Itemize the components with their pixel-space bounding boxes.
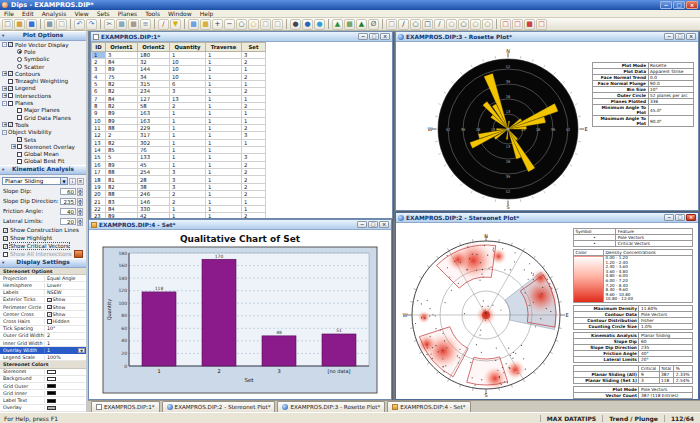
table-cell[interactable]: 1	[206, 198, 242, 205]
protractor-icon[interactable]: ○	[470, 19, 481, 30]
add-set-window-icon[interactable]: □	[500, 19, 511, 30]
checkbox[interactable]: ✓	[47, 312, 52, 317]
table-cell[interactable]: 16	[92, 161, 106, 168]
set-info-icon[interactable]: ■	[524, 19, 535, 30]
table-cell[interactable]: 317	[138, 132, 170, 139]
property-row-inner-grid-width[interactable]: Inner Grid Width1	[0, 340, 86, 347]
color-swatch[interactable]	[47, 370, 56, 374]
table-cell[interactable]: 2	[242, 191, 266, 198]
menu-edit[interactable]: Edit	[18, 10, 38, 17]
table-row[interactable]: 1188229112	[92, 124, 266, 131]
chart-window-titlebar[interactable]: EXAMPROS.DIP:4 - Set* −□×	[89, 220, 391, 230]
child-close-button[interactable]: ×	[379, 221, 389, 228]
child-restore-button[interactable]: □	[675, 33, 685, 40]
table-cell[interactable]: 84	[106, 95, 138, 102]
new-icon[interactable]: □	[2, 19, 13, 30]
table-cell[interactable]: 82	[106, 102, 138, 109]
zoom-all-icon[interactable]: ○	[236, 19, 247, 30]
stereonet-plot-icon[interactable]: ●	[290, 19, 301, 30]
close-button[interactable]: ×	[686, 1, 698, 9]
columns-icon[interactable]: ≡	[140, 19, 151, 30]
table-cell[interactable]: 19	[92, 183, 106, 190]
table-cell[interactable]: 2	[242, 169, 266, 176]
print-preview-icon[interactable]: □	[56, 19, 67, 30]
table-cell[interactable]: 21	[92, 198, 106, 205]
tree-item-major-planes[interactable]: Major Planes	[0, 107, 86, 114]
table-cell[interactable]: 10	[92, 117, 106, 124]
table-cell[interactable]: 180	[138, 51, 170, 58]
table-cell[interactable]: 1	[170, 124, 206, 131]
kinematic-options-icon[interactable]: ≡	[77, 178, 84, 185]
status-orientation-format[interactable]: Trend / Plunge	[602, 415, 664, 422]
table-cell[interactable]: 1	[206, 161, 242, 168]
checkbox[interactable]: ✓	[8, 42, 13, 47]
table-row[interactable]: 168945112	[92, 161, 266, 168]
kinematic-check-show-all-intersections[interactable]: Show All Intersections	[0, 250, 86, 258]
table-cell[interactable]: 8	[92, 102, 106, 109]
property-group-stereonet-colors[interactable]: Stereonet Colors	[0, 361, 86, 368]
child-close-button[interactable]: ×	[686, 214, 696, 221]
resize-icon[interactable]: □	[272, 19, 283, 30]
table-cell[interactable]: 1	[170, 51, 206, 58]
table-cell[interactable]: 58	[138, 102, 170, 109]
table-row[interactable]: 1382302111	[92, 139, 266, 146]
table-cell[interactable]: 38	[138, 183, 170, 190]
table-cell[interactable]: 82	[106, 183, 138, 190]
tab-exampros-dip-4-set[interactable]: EXAMPROS.DIP:4 - Set*	[387, 401, 470, 412]
spinner-down-icon[interactable]: ▼	[77, 222, 83, 226]
column-header-set[interactable]: Set	[242, 43, 266, 52]
table-cell[interactable]: 1	[206, 154, 242, 161]
table-row[interactable]: 284321012	[92, 58, 266, 65]
table-cell[interactable]: 18	[92, 176, 106, 183]
table-cell[interactable]: 20	[92, 191, 106, 198]
table-row[interactable]: 2088246212	[92, 191, 266, 198]
table-cell[interactable]: 89	[106, 161, 138, 168]
line-tool-icon[interactable]: /	[398, 19, 409, 30]
table-cell[interactable]: 7	[92, 95, 106, 102]
zoom-out-icon[interactable]: −	[224, 19, 235, 30]
spinner-value-input[interactable]: 235	[60, 198, 76, 205]
table-cell[interactable]: 1	[206, 191, 242, 198]
table-cell[interactable]: 1	[206, 117, 242, 124]
table-row[interactable]: 3891441011	[92, 66, 266, 73]
circle-tool-icon[interactable]: ○	[458, 19, 469, 30]
property-group-stereonet-options[interactable]: Stereonet Options	[0, 268, 86, 275]
column-header-quantity[interactable]: Quantity	[170, 43, 206, 52]
tree-item-sets[interactable]: ✓Sets	[0, 136, 86, 143]
property-row-cross-hairs[interactable]: Cross HairsHidden	[0, 318, 86, 325]
table-row[interactable]: 188128312	[92, 176, 266, 183]
table-cell[interactable]: 10	[170, 58, 206, 65]
table-cell[interactable]: 2	[170, 198, 206, 205]
edit-set-icon[interactable]: □	[512, 19, 523, 30]
table-cell[interactable]: 2	[242, 73, 266, 80]
polyline-tool-icon[interactable]: /	[434, 19, 445, 30]
table-cell[interactable]: 3	[92, 66, 106, 73]
tree-item-planes[interactable]: -Planes	[0, 99, 86, 106]
table-cell[interactable]: 1	[206, 124, 242, 131]
checkbox[interactable]	[17, 108, 22, 113]
table-cell[interactable]: 28	[138, 176, 170, 183]
table-cell[interactable]: 3	[106, 51, 138, 58]
table-cell[interactable]: 13	[170, 95, 206, 102]
child-minimize-button[interactable]: −	[358, 33, 368, 40]
datatips-icon[interactable]: /	[158, 19, 169, 30]
table-cell[interactable]: 6	[92, 88, 106, 95]
pan-icon[interactable]: □	[260, 19, 271, 30]
spinner-down-icon[interactable]: ▼	[77, 202, 83, 206]
zoom-in-icon[interactable]: +	[212, 19, 223, 30]
chevron-down-icon[interactable]: ▼	[60, 178, 67, 184]
checkbox[interactable]: ✓	[3, 244, 8, 249]
table-cell[interactable]: 234	[138, 88, 170, 95]
table-cell[interactable]: 5	[106, 154, 138, 161]
child-restore-button[interactable]: □	[675, 214, 685, 221]
spinner-down-icon[interactable]: ▼	[77, 212, 83, 216]
table-cell[interactable]: 1	[242, 80, 266, 87]
table-cell[interactable]	[242, 146, 266, 153]
table-cell[interactable]: 3	[242, 51, 266, 58]
table-cell[interactable]: 2	[170, 102, 206, 109]
radio-button[interactable]	[17, 49, 22, 54]
protractor2-icon[interactable]: ○	[482, 19, 493, 30]
checkbox[interactable]: ✓	[8, 71, 13, 76]
menu-window[interactable]: Window	[164, 10, 196, 17]
table-cell[interactable]: 1	[206, 95, 242, 102]
